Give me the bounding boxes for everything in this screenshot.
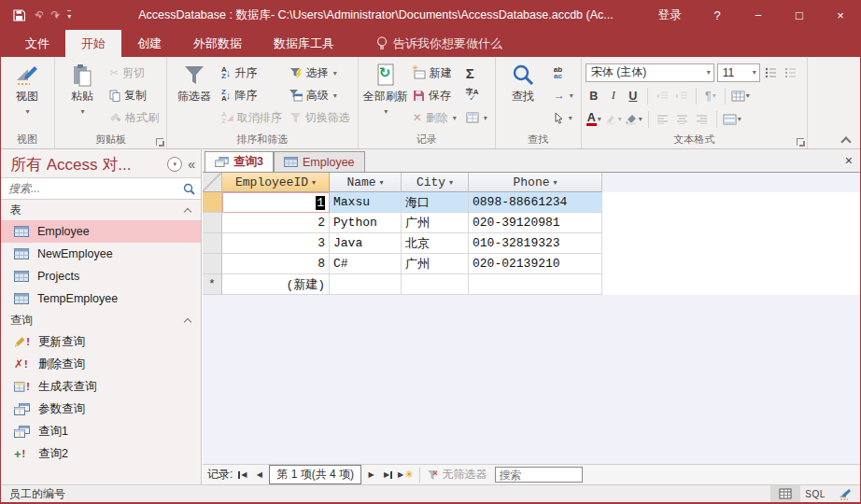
more-records-button[interactable]: ▾ [462,107,491,128]
text-direction-button[interactable]: ¶▾ [702,87,719,105]
tell-me-box[interactable]: 告诉我你想要做什么 [363,30,515,57]
sidebar-item-tempemployee[interactable]: TempEmployee [1,287,201,310]
column-header-city[interactable]: City ▾ [402,173,469,192]
increase-indent-button[interactable] [673,87,690,105]
align-right-button[interactable] [694,110,711,129]
copy-button[interactable]: 复制 [106,85,162,105]
font-color-button[interactable]: A ▾ [586,110,602,129]
refresh-all-button[interactable]: ↻ 全部刷新 ▾ [362,61,409,118]
sql-view-button[interactable]: SQL [800,485,830,503]
sidebar-item-employee[interactable]: Employee [1,220,201,243]
gridlines-button[interactable]: ▾ [731,87,750,105]
row-selector[interactable] [203,254,222,274]
save-icon[interactable] [13,9,25,21]
numbering-button[interactable] [783,63,799,82]
chevron-down-icon[interactable]: ▾ [554,178,558,187]
sidebar-item-delete-query[interactable]: ✗! 删除查询 [1,353,201,375]
font-size-combo[interactable]: 11 ▾ [717,63,760,82]
spelling-button[interactable]: 字A ✓ [462,85,491,105]
collapse-ribbon-icon[interactable] [842,135,850,143]
goto-button[interactable]: → ▾ [550,85,577,105]
column-header-phone[interactable]: Phone ▾ [469,173,602,192]
nav-search-input[interactable] [8,182,183,195]
undo-button[interactable]: ↶▾ [35,8,42,21]
sidebar-item-make-table-query[interactable]: ! 生成表查询 [1,375,201,398]
cell-phone[interactable]: 020-39120981 [469,213,602,233]
close-document-icon[interactable]: × [845,153,853,168]
cell-empty[interactable] [330,274,402,295]
delete-record-button[interactable]: ✕ 删除 ▾ [409,107,460,128]
dialog-launcher-icon[interactable] [156,138,163,146]
new-record-button[interactable]: ✳ 新建 [409,63,460,83]
cell-employeeid[interactable]: 2 [222,213,330,233]
italic-button[interactable]: I [605,87,622,105]
sort-ascending-button[interactable]: AZ↓ 升序 [218,63,286,83]
new-record-button[interactable]: ▶✳ [398,468,413,483]
cell-new-record[interactable]: (新建) [222,274,330,295]
tab-create[interactable]: 创建 [121,30,177,57]
minimize-button[interactable]: − [738,0,779,30]
redo-button[interactable]: ↷▾ [51,8,59,21]
row-selector[interactable] [203,192,222,213]
filter-status-button[interactable]: 无筛选器 [427,467,487,483]
chevron-down-icon[interactable]: ▾ [449,178,453,187]
align-left-button[interactable] [655,110,671,129]
column-header-employeeid[interactable]: EmployeeID ▾ [222,173,330,192]
sidebar-item-newemployee[interactable]: NewEmployee [1,243,201,265]
advanced-button[interactable]: 高级 ▾ [286,85,354,105]
tab-home[interactable]: 开始 [65,30,121,57]
sidebar-item-query1[interactable]: 查询1 [1,420,201,442]
select-button[interactable]: ▾ [550,107,577,128]
sidebar-item-query2[interactable]: +! 查询2 [1,442,201,465]
cell-name[interactable]: Maxsu [330,192,402,213]
column-header-name[interactable]: Name ▾ [330,173,402,192]
replace-button[interactable]: ab ac [550,63,577,83]
cell-employeeid[interactable]: 3 [222,233,330,254]
remove-sort-button[interactable]: AZ◢ 取消排序 [218,107,286,128]
tab-file[interactable]: 文件 [9,30,65,57]
find-button[interactable]: 查找 [500,61,546,103]
sidebar-item-update-query[interactable]: ! 更新查询 [1,330,201,353]
alternate-row-color-button[interactable]: ▾ [723,110,741,129]
cell-employeeid[interactable]: 1 [222,192,330,213]
shutter-bar-close-icon[interactable]: « [188,157,195,172]
design-view-button[interactable] [830,485,860,503]
decrease-indent-button[interactable] [654,87,670,105]
row-selector[interactable] [203,233,222,254]
search-icon[interactable] [183,183,195,195]
chevron-down-icon[interactable]: ▾ [380,178,384,187]
cell-city[interactable]: 广州 [402,254,469,274]
first-record-button[interactable]: ◀ [235,468,249,483]
view-button[interactable]: 视图 ▾ [4,61,50,118]
section-tables[interactable]: 表 [1,200,201,220]
save-record-button[interactable]: 保存 [409,85,460,105]
last-record-button[interactable]: ▶ [381,468,395,483]
sidebar-item-parameter-query[interactable]: 参数查询 [1,398,201,420]
cell-city[interactable]: 广州 [402,213,469,233]
cell-city[interactable]: 海口 [402,192,469,213]
doc-tab-employee[interactable]: Employee [274,151,365,172]
sort-descending-button[interactable]: ZA↓ 降序 [218,85,286,105]
help-button[interactable]: ? [697,0,738,30]
align-center-button[interactable] [674,110,691,129]
totals-button[interactable]: Σ [462,63,491,83]
dialog-launcher-icon[interactable] [797,138,804,146]
cell-name[interactable]: Java [330,233,402,254]
record-position[interactable]: 第 1 项(共 4 项) [269,465,361,484]
cell-empty[interactable] [469,274,602,295]
cell-phone[interactable]: 0898-88661234 [469,192,602,213]
sidebar-item-projects[interactable]: Projects [1,265,201,287]
row-selector[interactable] [203,213,222,233]
paste-button[interactable]: 粘贴 ▾ [59,61,106,118]
new-record-selector[interactable]: * [203,274,222,295]
bold-button[interactable]: B [586,87,602,105]
chevron-down-icon[interactable]: ▾ [312,178,316,187]
highlight-color-button[interactable]: ▾ [605,110,622,129]
selection-button[interactable]: 选择 ▾ [286,63,354,83]
customize-qat-icon[interactable]: ▾ [67,10,71,21]
doc-tab-query3[interactable]: 查询3 [205,151,274,172]
cell-city[interactable]: 北京 [402,233,469,254]
next-record-button[interactable]: ▶ [364,468,378,483]
cut-button[interactable]: ✂ 剪切 [106,63,162,83]
datasheet-view-button[interactable] [770,485,800,503]
